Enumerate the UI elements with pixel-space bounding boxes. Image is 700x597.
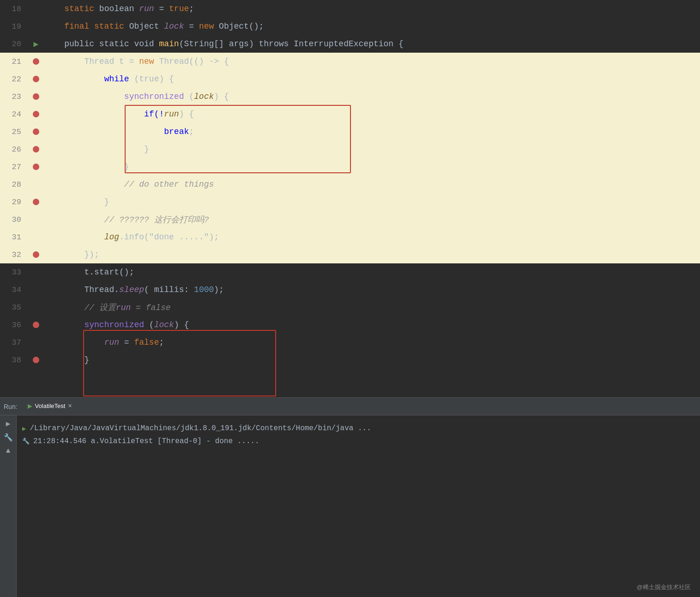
line-number-35: 35 [0, 303, 28, 312]
breakpoint-icon[interactable] [33, 128, 39, 135]
line-number-21: 21 [0, 57, 28, 66]
code-line-23: 23 synchronized (lock) { [0, 88, 700, 105]
breakpoint-icon[interactable] [33, 58, 39, 65]
breakpoint-icon[interactable] [33, 251, 39, 258]
code-token: = [184, 22, 199, 31]
code-line-19: 19 final static Object lock = new Object… [0, 18, 700, 35]
run-gutter-icon[interactable]: ▶ [34, 39, 39, 49]
code-token: run [139, 4, 154, 13]
code-token: synchronized [124, 92, 184, 101]
code-token: new [199, 22, 219, 31]
console-area: ▶ 🔧 ▲ ▶ /Library/Java/JavaVirtualMachine… [0, 415, 700, 597]
code-token: sleep [119, 285, 144, 294]
code-token: ; [189, 127, 194, 136]
line-content-34: Thread.sleep( millis: 1000); [44, 284, 700, 295]
line-number-20: 20 [0, 40, 28, 49]
tab-name: VolatileTest [35, 402, 66, 409]
tab-close-icon[interactable]: ✕ [68, 403, 72, 409]
code-token: false [134, 338, 159, 347]
breakpoint-icon[interactable] [33, 76, 39, 82]
code-token: ) { [174, 320, 189, 329]
run-tab-volatile[interactable]: ▶ VolatileTest ✕ [22, 401, 78, 412]
gutter-29 [28, 199, 44, 205]
code-token: ; [189, 4, 194, 13]
breakpoint-icon[interactable] [33, 357, 39, 363]
code-token: new [139, 57, 159, 66]
line-number-28: 28 [0, 180, 28, 189]
console-line-1: ▶ /Library/Java/JavaVirtualMachines/jdk1… [22, 422, 694, 435]
line-content-18: static boolean run = true; [44, 3, 700, 14]
line-content-21: Thread t = new Thread(() -> { [44, 56, 700, 67]
line-number-37: 37 [0, 338, 28, 347]
code-token: boolean [99, 4, 139, 13]
console-wrench-icon: 🔧 [22, 438, 30, 445]
line-number-24: 24 [0, 110, 28, 119]
code-token: final static [44, 22, 129, 31]
line-number-33: 33 [0, 268, 28, 277]
line-content-23: synchronized (lock) { [44, 91, 700, 102]
code-token: (true) { [129, 74, 174, 84]
code-line-31: 31 log.info("done ....."); [0, 228, 700, 246]
code-token: ( millis: [144, 285, 194, 294]
code-token [44, 180, 124, 189]
code-line-20: 20▶ public static void main(String[] arg… [0, 35, 700, 53]
code-token: log [104, 232, 119, 242]
gutter-38 [28, 357, 44, 363]
code-token: }); [44, 250, 99, 259]
code-line-34: 34 Thread.sleep( millis: 1000); [0, 281, 700, 298]
breakpoint-icon[interactable] [33, 146, 39, 152]
code-token: ) { [179, 110, 194, 119]
gutter-21 [28, 58, 44, 65]
code-token: main [159, 39, 179, 49]
code-line-35: 35 // 设置run = false [0, 298, 700, 316]
line-number-34: 34 [0, 286, 28, 294]
console-text-1: /Library/Java/JavaVirtualMachines/jdk1.8… [30, 424, 371, 433]
code-line-22: 22 while (true) { [0, 70, 700, 88]
code-token: // 设置 [44, 303, 116, 312]
console-play-button[interactable]: ▶ [6, 419, 11, 428]
gutter-23 [28, 93, 44, 100]
line-content-32: }); [44, 249, 700, 260]
line-number-36: 36 [0, 321, 28, 329]
code-token: static [44, 4, 99, 13]
line-number-27: 27 [0, 163, 28, 171]
line-number-22: 22 [0, 75, 28, 84]
code-token [44, 110, 144, 119]
code-token [44, 215, 104, 225]
code-token: } [44, 145, 149, 154]
code-token: = [119, 338, 134, 347]
line-number-30: 30 [0, 215, 28, 224]
line-content-24: if(!run) { [44, 109, 700, 120]
code-token [44, 320, 84, 329]
breakpoint-icon[interactable] [33, 322, 39, 328]
line-number-18: 18 [0, 5, 28, 13]
code-token: } [44, 197, 109, 207]
line-content-20: public static void main(String[] args) t… [44, 38, 700, 49]
tab-icon: ▶ [28, 402, 32, 409]
breakpoint-icon[interactable] [33, 199, 39, 205]
code-token: (String[] args) throws InterruptedExcept… [179, 39, 404, 49]
breakpoint-icon[interactable] [33, 93, 39, 100]
code-token: run [164, 110, 179, 119]
code-token: if(! [144, 110, 164, 119]
code-token: } [44, 355, 89, 365]
code-line-18: 18 static boolean run = true; [0, 0, 700, 18]
code-token [44, 74, 104, 84]
console-wrench-button[interactable]: 🔧 [4, 433, 13, 442]
code-token [44, 338, 104, 347]
console-text-2: 21:28:44.546 a.VolatileTest [Thread-0] -… [33, 437, 259, 445]
code-token: break [164, 127, 189, 136]
code-token [44, 232, 104, 242]
breakpoint-icon[interactable] [33, 164, 39, 170]
gutter-32 [28, 251, 44, 258]
line-content-33: t.start(); [44, 267, 700, 278]
console-toolbar: ▶ 🔧 ▲ [0, 415, 17, 597]
console-up-button[interactable]: ▲ [6, 447, 11, 455]
code-token: lock [154, 320, 174, 329]
code-line-27: 27 } [0, 158, 700, 176]
line-content-27: } [44, 161, 700, 172]
breakpoint-icon[interactable] [33, 111, 39, 117]
code-line-37: 37 run = false; [0, 334, 700, 351]
code-line-29: 29 } [0, 193, 700, 211]
console-line-2: 🔧 21:28:44.546 a.VolatileTest [Thread-0]… [22, 435, 694, 448]
